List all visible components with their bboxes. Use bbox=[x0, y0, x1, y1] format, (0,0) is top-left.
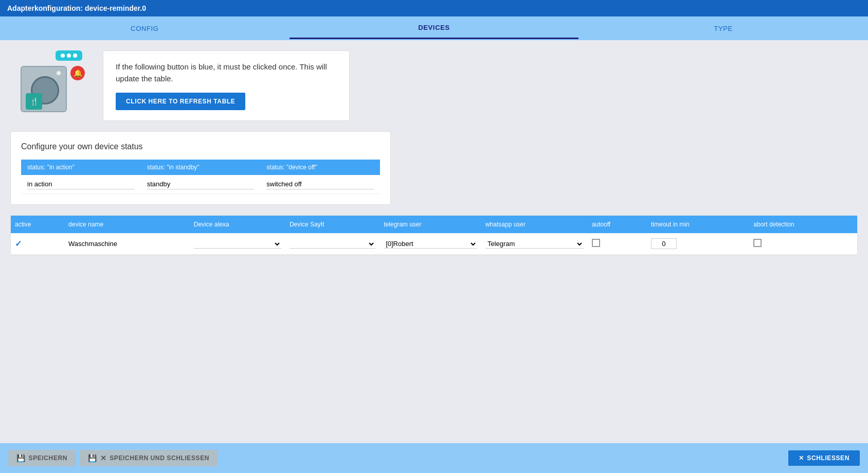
main-content: 🔔 🍴 If the following button is blue, it … bbox=[0, 40, 868, 444]
devices-header-row: active device name Device alexa Device S… bbox=[11, 216, 857, 233]
device-name-label: Waschmaschine bbox=[68, 240, 117, 248]
col-device-name: device name bbox=[64, 216, 190, 233]
configure-section: Configure your own device status status:… bbox=[10, 131, 391, 205]
footer: 💾 SPEICHERN 💾 ✕ SPEICHERN UND SCHLIESSEN… bbox=[0, 443, 868, 473]
bell-icon: 🔔 bbox=[70, 66, 85, 80]
row-device-name-cell: Waschmaschine bbox=[64, 233, 190, 255]
row-telegram-cell: [0]Robert bbox=[379, 233, 481, 255]
status-standby-input[interactable] bbox=[147, 179, 255, 189]
row-autooff-cell bbox=[588, 233, 647, 255]
status-header-off: status: "device off" bbox=[260, 160, 380, 175]
col-active: active bbox=[11, 216, 64, 233]
col-device-sayit: Device SayIt bbox=[285, 216, 379, 233]
devices-table-body: ✓ Waschmaschine bbox=[11, 233, 857, 255]
row-sayit-cell bbox=[285, 233, 379, 255]
col-autooff: autooff bbox=[588, 216, 647, 233]
save-close-label: SPEICHERN UND SCHLIESSEN bbox=[110, 454, 209, 462]
devices-table: active device name Device alexa Device S… bbox=[11, 216, 857, 255]
status-off-input[interactable] bbox=[266, 179, 374, 189]
status-action-cell bbox=[21, 175, 141, 194]
alexa-select[interactable] bbox=[194, 239, 281, 249]
status-table-body bbox=[21, 175, 380, 194]
tab-devices[interactable]: DEVICES bbox=[290, 17, 579, 39]
top-section: 🔔 🍴 If the following button is blue, it … bbox=[10, 50, 858, 121]
status-table: status: "in action" status: "in standby"… bbox=[21, 160, 380, 194]
save-icon: 💾 bbox=[16, 454, 26, 462]
notif-dot-3 bbox=[73, 54, 77, 58]
info-box: If the following button is blue, it must… bbox=[103, 50, 350, 121]
status-header-standby: status: "in standby" bbox=[141, 160, 261, 175]
notif-dot-1 bbox=[61, 54, 65, 58]
autooff-checkbox[interactable] bbox=[592, 239, 600, 247]
table-row: ✓ Waschmaschine bbox=[11, 233, 857, 255]
tab-type[interactable]: TYPE bbox=[578, 19, 868, 39]
close-button[interactable]: ✕ SCHLIESSEN bbox=[788, 450, 860, 466]
fork-icon: 🍴 bbox=[26, 93, 42, 110]
col-abort-detection: abort detection bbox=[749, 216, 857, 233]
status-header-action: status: "in action" bbox=[21, 160, 141, 175]
devices-table-head: active device name Device alexa Device S… bbox=[11, 216, 857, 233]
col-device-alexa: Device alexa bbox=[190, 216, 285, 233]
footer-left: 💾 SPEICHERN 💾 ✕ SPEICHERN UND SCHLIESSEN bbox=[8, 450, 218, 466]
close-icon: ✕ bbox=[799, 454, 804, 462]
device-icon: 🔔 🍴 bbox=[10, 50, 82, 112]
col-whatsapp-user: whatsapp user bbox=[481, 216, 588, 233]
status-off-cell bbox=[260, 175, 380, 194]
notif-dot-2 bbox=[67, 54, 71, 58]
col-telegram-user: telegram user bbox=[379, 216, 481, 233]
row-active-cell: ✓ bbox=[11, 233, 64, 255]
washer-dot bbox=[57, 71, 61, 75]
devices-section: active device name Device alexa Device S… bbox=[10, 215, 858, 255]
status-value-row bbox=[21, 175, 380, 194]
row-whatsapp-cell: Telegram bbox=[481, 233, 588, 255]
tab-config[interactable]: CONFIG bbox=[0, 19, 290, 39]
status-table-head: status: "in action" status: "in standby"… bbox=[21, 160, 380, 175]
info-text: If the following button is blue, it must… bbox=[116, 61, 337, 84]
icon-area: 🔔 🍴 bbox=[10, 50, 93, 121]
notification-box bbox=[56, 50, 82, 61]
save-button[interactable]: 💾 SPEICHERN bbox=[8, 450, 76, 466]
row-timeout-cell bbox=[647, 233, 749, 255]
telegram-select[interactable]: [0]Robert bbox=[384, 239, 477, 249]
timeout-input[interactable] bbox=[651, 238, 677, 249]
refresh-button[interactable]: CLICK HERE TO REFRESH TABLE bbox=[116, 93, 245, 110]
configure-title: Configure your own device status bbox=[21, 142, 380, 151]
window-title: Adapterkonfiguration: device-reminder.0 bbox=[7, 4, 146, 12]
whatsapp-select[interactable]: Telegram bbox=[485, 239, 584, 249]
status-standby-cell bbox=[141, 175, 261, 194]
save-close-button[interactable]: 💾 ✕ SPEICHERN UND SCHLIESSEN bbox=[80, 450, 218, 466]
abort-detection-checkbox[interactable] bbox=[753, 239, 762, 247]
tab-bar: CONFIG DEVICES TYPE bbox=[0, 16, 868, 40]
close-x-icon: ✕ bbox=[100, 454, 107, 462]
status-header-row: status: "in action" status: "in standby"… bbox=[21, 160, 380, 175]
row-abort-cell bbox=[749, 233, 857, 255]
active-checkmark: ✓ bbox=[15, 239, 22, 248]
sayit-select[interactable] bbox=[290, 239, 375, 249]
col-timeout: timeout in min bbox=[647, 216, 749, 233]
title-bar: Adapterkonfiguration: device-reminder.0 bbox=[0, 0, 868, 16]
row-alexa-cell bbox=[190, 233, 285, 255]
status-action-input[interactable] bbox=[27, 179, 135, 189]
save-label: SPEICHERN bbox=[29, 454, 67, 462]
close-label: SCHLIESSEN bbox=[807, 454, 849, 462]
save-close-icon: 💾 bbox=[88, 454, 97, 462]
